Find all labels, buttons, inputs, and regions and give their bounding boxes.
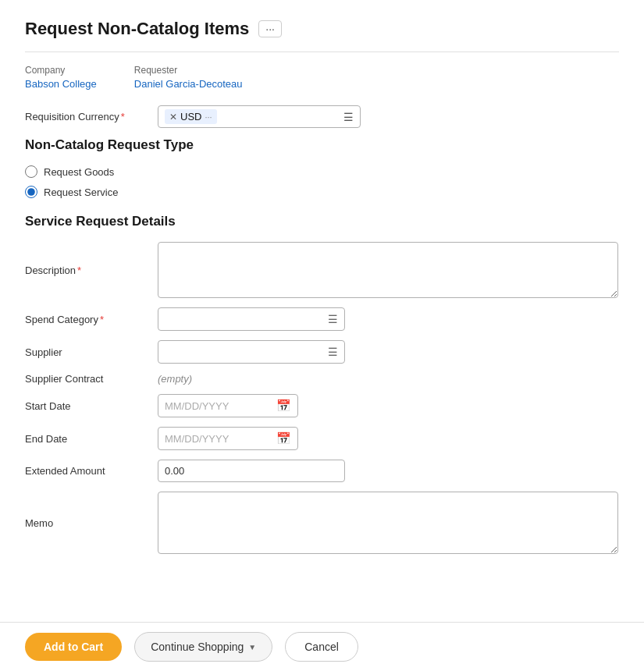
supplier-row: Supplier ☰ xyxy=(25,340,619,364)
extended-amount-input[interactable] xyxy=(158,460,345,482)
description-row: Description* xyxy=(25,242,619,298)
memo-row: Memo xyxy=(25,492,619,554)
extended-amount-label: Extended Amount xyxy=(25,465,158,477)
cancel-button[interactable]: Cancel xyxy=(285,632,358,662)
extended-amount-row: Extended Amount xyxy=(25,460,619,482)
description-label: Description* xyxy=(25,264,158,276)
requester-label: Requester xyxy=(134,65,243,76)
supplier-input[interactable]: ☰ xyxy=(158,340,345,364)
description-input[interactable] xyxy=(158,242,618,298)
request-goods-option[interactable]: Request Goods xyxy=(25,165,619,178)
requisition-currency-label: Requisition Currency* xyxy=(25,111,158,122)
spend-category-list-icon[interactable]: ☰ xyxy=(328,313,338,325)
currency-list-icon[interactable]: ☰ xyxy=(343,111,354,123)
start-date-row: Start Date MM/DD/YYYY 📅 xyxy=(25,394,619,417)
chevron-down-icon: ▼ xyxy=(248,643,256,651)
supplier-list-icon[interactable]: ☰ xyxy=(328,346,338,358)
menu-dots-button[interactable]: ··· xyxy=(258,20,282,37)
request-goods-radio[interactable] xyxy=(25,165,37,178)
company-label: Company xyxy=(25,65,97,76)
end-date-placeholder: MM/DD/YYYY xyxy=(165,433,270,445)
start-date-placeholder: MM/DD/YYYY xyxy=(165,400,270,412)
add-to-cart-button[interactable]: Add to Cart xyxy=(25,633,122,661)
end-date-row: End Date MM/DD/YYYY 📅 xyxy=(25,427,619,450)
supplier-contract-value: (empty) xyxy=(158,373,192,385)
request-service-label: Request Service xyxy=(44,186,118,198)
header-divider xyxy=(25,51,619,52)
requisition-currency-row: Requisition Currency* ✕ USD ··· ☰ xyxy=(25,105,619,128)
supplier-contract-row: Supplier Contract (empty) xyxy=(25,373,619,385)
request-goods-label: Request Goods xyxy=(44,166,114,178)
currency-tag: ✕ USD ··· xyxy=(165,109,217,124)
meta-section: Company Babson College Requester Daniel … xyxy=(25,65,619,90)
requester-value: Daniel Garcia-Decoteau xyxy=(134,78,243,90)
supplier-contract-label: Supplier Contract xyxy=(25,373,158,385)
end-date-calendar-icon[interactable]: 📅 xyxy=(276,431,291,446)
currency-tag-dots: ··· xyxy=(205,112,212,122)
requester-field: Requester Daniel Garcia-Decoteau xyxy=(134,65,243,90)
currency-input[interactable]: ✕ USD ··· ☰ xyxy=(158,105,361,128)
required-star: * xyxy=(121,111,125,122)
currency-close-icon[interactable]: ✕ xyxy=(169,112,177,122)
currency-value: USD xyxy=(180,111,201,122)
memo-input[interactable] xyxy=(158,492,618,554)
spend-category-input[interactable]: ☰ xyxy=(158,307,345,331)
continue-shopping-button[interactable]: Continue Shopping ▼ xyxy=(134,632,272,662)
spend-category-row: Spend Category* ☰ xyxy=(25,307,619,331)
request-service-radio[interactable] xyxy=(25,186,37,198)
company-value: Babson College xyxy=(25,78,97,90)
request-service-option[interactable]: Request Service xyxy=(25,186,619,198)
footer-bar: Add to Cart Continue Shopping ▼ Cancel xyxy=(0,622,644,671)
memo-label: Memo xyxy=(25,517,158,529)
start-date-calendar-icon[interactable]: 📅 xyxy=(276,399,291,413)
end-date-input[interactable]: MM/DD/YYYY 📅 xyxy=(158,427,298,450)
start-date-input[interactable]: MM/DD/YYYY 📅 xyxy=(158,394,298,417)
page-title: Request Non-Catalog Items xyxy=(25,19,249,39)
continue-shopping-label: Continue Shopping xyxy=(151,641,244,653)
request-type-radio-group: Request Goods Request Service xyxy=(25,165,619,198)
company-field: Company Babson College xyxy=(25,65,97,90)
end-date-label: End Date xyxy=(25,433,158,445)
start-date-label: Start Date xyxy=(25,400,158,412)
non-catalog-section-title: Non-Catalog Request Type xyxy=(25,137,619,153)
service-request-section-title: Service Request Details xyxy=(25,214,619,229)
supplier-label: Supplier xyxy=(25,346,158,358)
spend-category-label: Spend Category* xyxy=(25,314,158,325)
